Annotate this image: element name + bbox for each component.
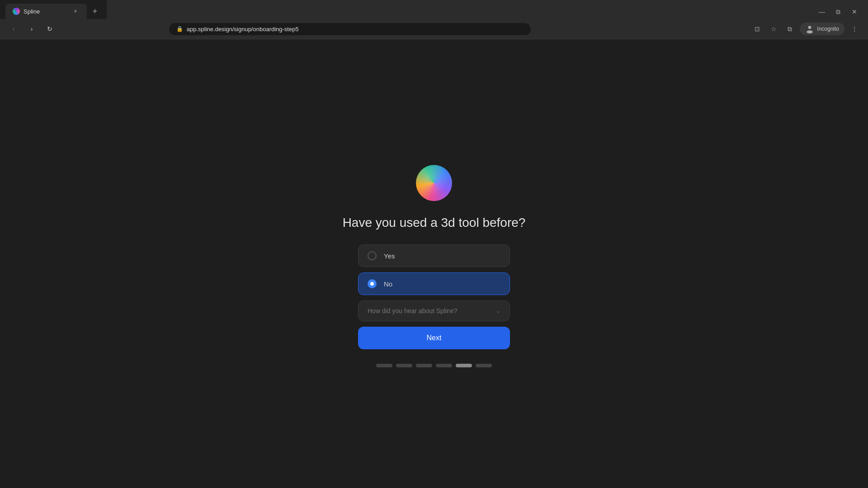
progress-dot-1 — [376, 364, 392, 367]
menu-button[interactable]: ⋮ — [848, 23, 861, 35]
lock-icon: 🔒 — [176, 26, 183, 32]
radio-yes — [368, 251, 377, 260]
incognito-badge[interactable]: Incognito — [800, 23, 844, 35]
new-tab-button[interactable]: + — [89, 5, 101, 18]
tab-title: Spline — [24, 8, 68, 15]
progress-dot-4 — [436, 364, 452, 367]
option-yes-label: Yes — [384, 252, 395, 260]
progress-dot-3 — [416, 364, 432, 367]
hear-about-dropdown[interactable]: How did you hear about Spline? ⌄ — [358, 300, 510, 321]
window-controls: — ⧉ ✕ — [816, 5, 861, 18]
address-bar[interactable]: 🔒 app.spline.design/signup/onboarding-st… — [169, 23, 531, 35]
svg-point-1 — [807, 30, 813, 33]
forward-button[interactable]: › — [25, 23, 38, 35]
browser-toolbar: ‹ › ↻ 🔒 app.spline.design/signup/onboard… — [0, 19, 868, 39]
url-text: app.spline.design/signup/onboarding-step… — [187, 26, 299, 33]
progress-dot-5 — [456, 364, 472, 367]
tab-bar-wrapper: Spline × + — ⧉ ✕ — [0, 0, 868, 19]
progress-dot-2 — [396, 364, 412, 367]
question-title: Have you used a 3d tool before? — [343, 216, 526, 230]
browser-chrome: Spline × + — ⧉ ✕ ‹ › ↻ 🔒 app.spline.desi… — [0, 0, 868, 39]
chevron-down-icon: ⌄ — [496, 308, 500, 314]
progress-dot-6 — [476, 364, 492, 367]
bookmark-icon[interactable]: ☆ — [767, 23, 780, 35]
tab-bar: Spline × + — [0, 0, 107, 19]
tab-favicon — [13, 8, 20, 15]
option-no-label: No — [384, 280, 392, 288]
toolbar-actions: ⊡ ☆ ⧉ Incognito ⋮ — [751, 23, 861, 35]
maximize-button[interactable]: ⧉ — [832, 5, 844, 18]
back-button[interactable]: ‹ — [7, 23, 20, 35]
tab-close-button[interactable]: × — [71, 7, 80, 15]
dropdown-placeholder: How did you hear about Spline? — [368, 307, 457, 314]
main-content: Have you used a 3d tool before? Yes No H… — [0, 39, 868, 488]
incognito-icon — [805, 24, 814, 33]
progress-dots — [376, 364, 492, 367]
reload-button[interactable]: ↻ — [43, 23, 56, 35]
cast-icon[interactable]: ⊡ — [751, 23, 764, 35]
svg-point-0 — [808, 26, 811, 29]
sidebar-icon[interactable]: ⧉ — [783, 23, 796, 35]
browser-tab[interactable]: Spline × — [5, 4, 87, 19]
next-button[interactable]: Next — [358, 327, 510, 349]
option-no[interactable]: No — [358, 272, 510, 295]
minimize-button[interactable]: — — [816, 5, 828, 18]
incognito-label: Incognito — [817, 26, 839, 32]
logo-sphere — [416, 165, 452, 201]
radio-no — [368, 279, 377, 288]
option-yes[interactable]: Yes — [358, 244, 510, 267]
close-window-button[interactable]: ✕ — [848, 5, 861, 18]
options-container: Yes No — [358, 244, 510, 295]
